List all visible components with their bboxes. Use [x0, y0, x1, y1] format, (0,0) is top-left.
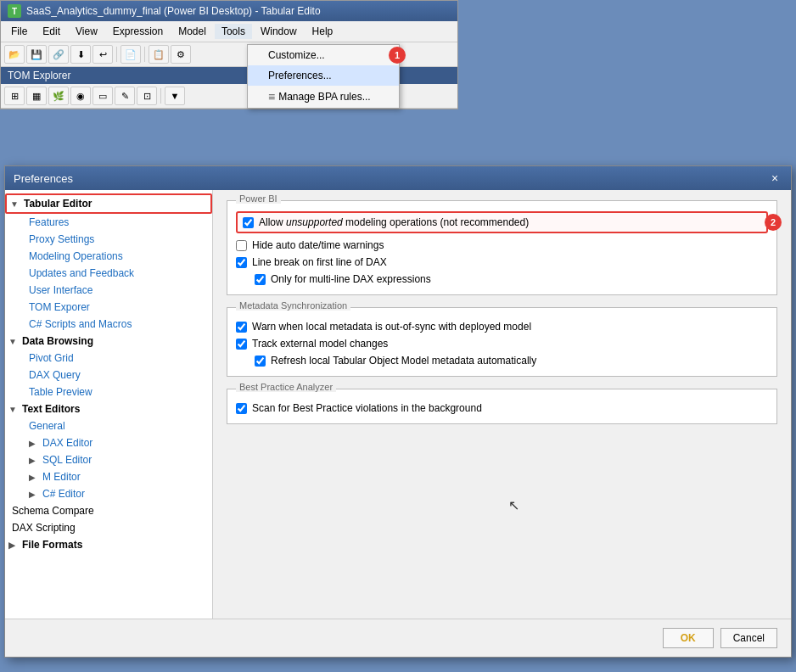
- tom-btn-2[interactable]: ▦: [26, 87, 47, 105]
- menu-tools[interactable]: Tools: [215, 24, 252, 39]
- dialog-body: ▼ Tabular Editor Features Proxy Settings…: [5, 190, 791, 630]
- refresh-local-tom-checkbox[interactable]: [255, 356, 266, 367]
- track-external-row: Track external model changes: [236, 335, 768, 352]
- tree-item-file-formats[interactable]: ▶ File Formats: [5, 536, 212, 553]
- scan-violations-row: Scan for Best Practice violations in the…: [236, 400, 768, 417]
- tree-item-modeling-operations[interactable]: Modeling Operations: [5, 248, 212, 265]
- power-bi-section: Power BI Allow unsupported modeling oper…: [227, 200, 777, 295]
- tree-item-proxy-settings[interactable]: Proxy Settings: [5, 231, 212, 248]
- menu-expression[interactable]: Expression: [106, 24, 170, 39]
- tree-item-tabular-editor[interactable]: ▼ Tabular Editor: [5, 193, 212, 214]
- tree-toggle-ff-icon: ▶: [8, 540, 19, 550]
- scan-violations-checkbox[interactable]: [236, 403, 247, 414]
- toolbar-sep-1: [116, 47, 117, 62]
- menu-edit[interactable]: Edit: [36, 24, 67, 39]
- track-external-label: Track external model changes: [252, 338, 388, 350]
- tree-item-general[interactable]: General: [5, 417, 212, 434]
- tom-btn-5[interactable]: ▭: [92, 87, 113, 105]
- menu-model[interactable]: Model: [171, 24, 213, 39]
- tree-item-user-interface[interactable]: User Interface: [5, 282, 212, 299]
- best-practice-content: Scan for Best Practice violations in the…: [227, 389, 776, 423]
- tom-explorer-label: TOM Explorer: [8, 70, 70, 81]
- track-external-checkbox[interactable]: [236, 339, 247, 350]
- toolbar-btn-2[interactable]: 💾: [26, 45, 47, 64]
- scan-violations-label: Scan for Best Practice violations in the…: [252, 402, 482, 414]
- metadata-sync-content: Warn when local metadata is out-of-sync …: [227, 308, 776, 376]
- dropdown-preferences[interactable]: Preferences...: [248, 65, 399, 86]
- dialog-title: Preferences: [14, 172, 73, 185]
- dropdown-manage-bpa[interactable]: ≡ Manage BPA rules...: [248, 86, 399, 108]
- best-practice-title: Best Practice Analyzer: [236, 382, 336, 392]
- menu-file[interactable]: File: [4, 24, 34, 39]
- cancel-button[interactable]: Cancel: [720, 628, 777, 648]
- allow-unsupported-checkbox[interactable]: [243, 217, 254, 228]
- tree-item-updates-feedback[interactable]: Updates and Feedback: [5, 265, 212, 282]
- tools-dropdown-menu: Customize... 1 Preferences... ≡ Manage B…: [247, 44, 400, 109]
- badge-1: 1: [389, 47, 406, 64]
- ide-title: SaaS_Analytics_dummy_final (Power BI Des…: [26, 5, 321, 17]
- metadata-sync-title: Metadata Synchronization: [236, 300, 350, 311]
- tree-item-dax-query[interactable]: DAX Query: [5, 367, 212, 384]
- dropdown-customize[interactable]: Customize... 1: [248, 45, 399, 65]
- toolbar-btn-1[interactable]: 📂: [4, 45, 25, 64]
- ide-titlebar: T SaaS_Analytics_dummy_final (Power BI D…: [1, 1, 457, 21]
- preferences-dialog: Preferences × ▼ Tabular Editor Features …: [4, 165, 792, 658]
- tree-toggle-m-icon: ▶: [29, 473, 39, 482]
- tom-btn-1[interactable]: ⊞: [4, 87, 25, 105]
- tree-toggle-icon: ▼: [10, 199, 20, 209]
- power-bi-content: Allow unsupported modeling operations (n…: [227, 201, 776, 294]
- tree-item-dax-editor[interactable]: ▶ DAX Editor: [5, 434, 212, 451]
- tree-item-pivot-grid[interactable]: Pivot Grid: [5, 350, 212, 367]
- allow-unsupported-row: Allow unsupported modeling operations (n…: [236, 211, 768, 233]
- tree-item-tom-exporer[interactable]: TOM Exporer: [5, 299, 212, 316]
- power-bi-title: Power BI: [236, 193, 281, 204]
- tree-item-schema-compare[interactable]: Schema Compare: [5, 502, 212, 519]
- content-panel: Power BI Allow unsupported modeling oper…: [213, 190, 791, 630]
- tree-item-dax-scripting[interactable]: DAX Scripting: [5, 519, 212, 536]
- toolbar-btn-6[interactable]: 📄: [121, 45, 141, 64]
- only-multiline-label: Only for multi-line DAX expressions: [271, 273, 431, 285]
- dialog-footer: OK Cancel: [5, 619, 791, 657]
- tree-toggle-data-icon: ▼: [8, 337, 19, 346]
- warn-local-metadata-row: Warn when local metadata is out-of-sync …: [236, 318, 768, 335]
- tom-btn-4[interactable]: ◉: [70, 87, 91, 105]
- toolbar-btn-4[interactable]: ⬇: [70, 45, 91, 64]
- tom-sep-1: [160, 88, 161, 104]
- tom-btn-6[interactable]: ✎: [115, 87, 135, 105]
- allow-unsupported-label: Allow unsupported modeling operations (n…: [259, 216, 529, 228]
- tree-item-data-browsing[interactable]: ▼ Data Browsing: [5, 333, 212, 350]
- warn-local-metadata-checkbox[interactable]: [236, 322, 247, 333]
- tom-btn-3[interactable]: 🌿: [48, 87, 69, 105]
- cursor-indicator: ↖: [508, 497, 519, 513]
- tom-btn-7[interactable]: ⊡: [137, 87, 157, 105]
- toolbar-btn-7[interactable]: 📋: [149, 45, 169, 64]
- menu-view[interactable]: View: [69, 24, 104, 39]
- dialog-close-button[interactable]: ×: [767, 171, 782, 186]
- toolbar-btn-8[interactable]: ⚙: [171, 45, 191, 64]
- ok-button[interactable]: OK: [663, 628, 714, 648]
- tree-item-sql-editor[interactable]: ▶ SQL Editor: [5, 451, 212, 468]
- tree-item-table-preview[interactable]: Table Preview: [5, 384, 212, 400]
- tree-item-csharp-scripts[interactable]: C# Scripts and Macros: [5, 316, 212, 333]
- refresh-local-tom-label: Refresh local Tabular Object Model metad…: [271, 355, 536, 367]
- tree-panel: ▼ Tabular Editor Features Proxy Settings…: [5, 190, 213, 630]
- app-icon: T: [8, 4, 21, 18]
- tom-btn-8[interactable]: ▼: [165, 87, 185, 105]
- tree-toggle-sql-icon: ▶: [29, 456, 39, 465]
- tree-item-csharp-editor[interactable]: ▶ C# Editor: [5, 485, 212, 502]
- tree-item-text-editors[interactable]: ▼ Text Editors: [5, 400, 212, 417]
- menu-help[interactable]: Help: [306, 24, 340, 39]
- only-multiline-row: Only for multi-line DAX expressions: [236, 271, 768, 288]
- tree-item-m-editor[interactable]: ▶ M Editor: [5, 468, 212, 485]
- dialog-titlebar: Preferences ×: [5, 166, 791, 190]
- toolbar-sep-2: [144, 47, 145, 62]
- tree-toggle-dax-icon: ▶: [29, 439, 39, 448]
- only-multiline-checkbox[interactable]: [255, 274, 266, 285]
- toolbar-btn-5[interactable]: ↩: [92, 45, 113, 64]
- menu-window[interactable]: Window: [254, 24, 304, 39]
- hide-auto-date-checkbox[interactable]: [236, 240, 247, 251]
- hide-auto-date-label: Hide auto date/time warnings: [252, 239, 384, 251]
- line-break-checkbox[interactable]: [236, 257, 247, 268]
- toolbar-btn-3[interactable]: 🔗: [48, 45, 69, 64]
- tree-item-features[interactable]: Features: [5, 214, 212, 231]
